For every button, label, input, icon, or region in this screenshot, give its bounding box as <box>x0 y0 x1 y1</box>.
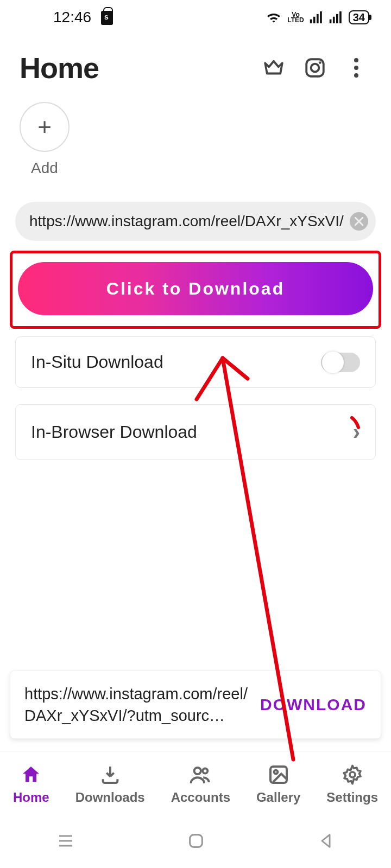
svg-point-12 <box>203 768 207 773</box>
premium-button[interactable] <box>258 53 289 83</box>
signal-icon <box>310 11 324 23</box>
svg-point-15 <box>350 772 355 777</box>
url-input-value: https://www.instagram.com/reel/DAXr_xYSx… <box>29 213 344 230</box>
nav-home-label: Home <box>13 790 49 805</box>
svg-rect-16 <box>190 835 203 847</box>
svg-point-9 <box>311 64 319 72</box>
shopping-bag-icon <box>101 11 113 25</box>
nav-settings[interactable]: Settings <box>326 763 378 805</box>
home-icon <box>20 763 42 787</box>
download-button[interactable]: Click to Download <box>18 262 373 315</box>
app-header: Home <box>0 35 391 90</box>
nav-home[interactable]: Home <box>13 763 49 805</box>
download-button-label: Click to Download <box>106 279 285 299</box>
nav-downloads[interactable]: Downloads <box>75 763 145 805</box>
volte-icon: VoLTED <box>287 12 304 23</box>
recent-download-button[interactable]: DOWNLOAD <box>260 695 367 714</box>
nav-gallery-label: Gallery <box>256 790 300 805</box>
browser-download-card[interactable]: In-Browser Download › <box>15 404 376 460</box>
svg-rect-5 <box>333 17 335 23</box>
bottom-nav: Home Downloads Accounts Gallery Settings <box>0 751 391 816</box>
svg-rect-0 <box>310 20 312 23</box>
wifi-icon <box>266 11 282 24</box>
annotation-highlight-box: Click to Download <box>10 251 381 329</box>
url-input[interactable]: https://www.instagram.com/reel/DAXr_xYSx… <box>15 202 376 241</box>
insitu-toggle[interactable] <box>321 353 360 372</box>
svg-rect-2 <box>317 14 319 23</box>
svg-rect-13 <box>270 767 287 783</box>
add-story-label: Add <box>31 159 58 177</box>
clear-input-button[interactable] <box>350 212 368 231</box>
recent-apps-button[interactable] <box>56 831 75 853</box>
nav-accounts-label: Accounts <box>171 790 230 805</box>
accounts-icon <box>189 763 212 787</box>
battery-icon: 34 <box>349 10 369 24</box>
signal2-icon <box>329 11 343 23</box>
home-button[interactable] <box>187 832 205 852</box>
instagram-button[interactable] <box>300 53 330 83</box>
system-nav-bar <box>0 816 391 868</box>
nav-gallery[interactable]: Gallery <box>256 763 300 805</box>
settings-icon <box>342 763 363 787</box>
svg-point-11 <box>194 767 201 774</box>
chevron-right-icon: › <box>353 420 360 444</box>
svg-rect-7 <box>339 11 342 23</box>
nav-accounts[interactable]: Accounts <box>171 763 230 805</box>
page-title: Home <box>20 51 248 85</box>
browser-label: In-Browser Download <box>31 422 197 442</box>
insitu-download-card[interactable]: In-Situ Download <box>15 336 376 388</box>
nav-settings-label: Settings <box>326 790 378 805</box>
svg-rect-4 <box>330 20 332 23</box>
download-icon <box>99 763 121 787</box>
plus-icon: + <box>37 115 52 139</box>
recent-url-text: https://www.instagram.com/reel/DAXr_xYSx… <box>24 683 250 726</box>
nav-downloads-label: Downloads <box>75 790 145 805</box>
svg-point-14 <box>274 770 278 774</box>
svg-rect-1 <box>313 17 316 23</box>
status-bar: 12:46 VoLTED 34 <box>0 0 391 35</box>
stories-row: + Add <box>0 90 391 182</box>
gallery-icon <box>268 763 289 787</box>
back-button[interactable] <box>317 832 335 852</box>
svg-point-10 <box>319 61 321 64</box>
status-time: 12:46 <box>53 9 91 26</box>
svg-rect-6 <box>336 14 338 23</box>
add-story-button[interactable]: + Add <box>20 102 70 177</box>
insitu-label: In-Situ Download <box>31 352 163 372</box>
overflow-menu-button[interactable] <box>341 53 371 83</box>
recent-download-card[interactable]: https://www.instagram.com/reel/DAXr_xYSx… <box>10 671 381 739</box>
svg-rect-3 <box>320 11 322 23</box>
